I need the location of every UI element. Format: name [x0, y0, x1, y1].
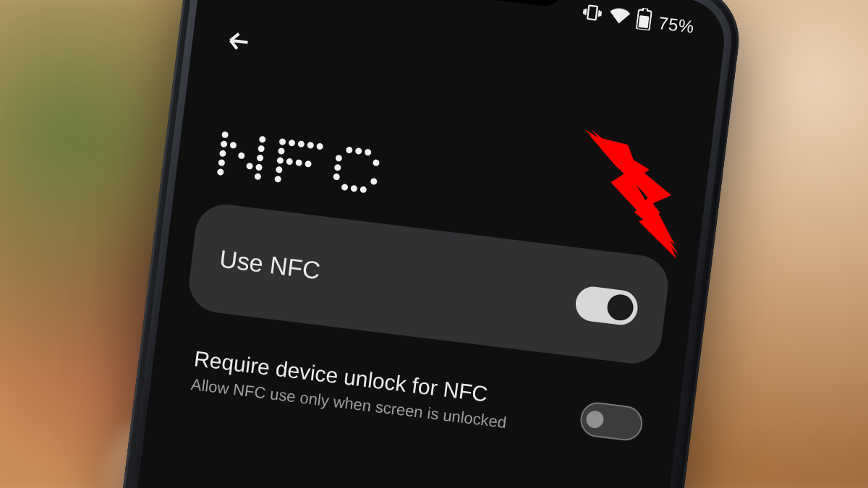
glyph-f: [274, 138, 324, 188]
phone-frame: 16:39 75%: [62, 0, 746, 488]
status-bar: 16:39 75%: [198, 0, 729, 59]
toggle-knob: [606, 293, 635, 322]
glyph-n: [217, 131, 267, 181]
use-nfc-toggle[interactable]: [574, 285, 639, 327]
page-title: NFC: [217, 131, 382, 195]
wifi-icon: [608, 4, 631, 32]
glyph-c: [331, 145, 381, 195]
require-unlock-row[interactable]: Require device unlock for NFC Allow NFC …: [190, 346, 645, 449]
battery-icon: [635, 7, 652, 35]
toggle-knob: [585, 410, 605, 429]
annotation-arrow: [561, 124, 698, 263]
phone-screen: 16:39 75%: [78, 0, 729, 488]
require-unlock-toggle[interactable]: [579, 401, 644, 442]
svg-rect-0: [639, 15, 650, 28]
use-nfc-label: Use NFC: [218, 244, 322, 285]
battery-percent-text: 75%: [658, 13, 696, 38]
vibrate-icon: [581, 1, 604, 28]
back-button[interactable]: [220, 22, 258, 61]
